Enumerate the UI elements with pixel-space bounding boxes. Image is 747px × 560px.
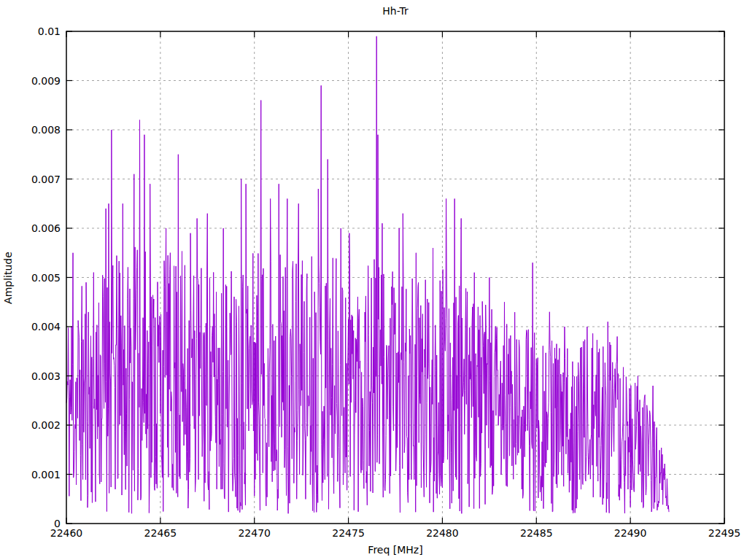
x-tick-label: 22470 <box>238 527 271 539</box>
y-tick-label: 0 <box>54 518 61 529</box>
y-tick-label: 0.004 <box>31 321 61 332</box>
x-tick-label: 22495 <box>708 527 741 539</box>
y-tick-label: 0.01 <box>38 26 61 37</box>
spectrum-line <box>66 36 669 514</box>
y-tick-label: 0.009 <box>31 75 61 87</box>
x-tick-label: 22480 <box>426 527 459 539</box>
spectrum-trace <box>66 36 669 514</box>
y-tick-label: 0.007 <box>31 174 61 185</box>
y-tick-label: 0.001 <box>31 469 61 481</box>
y-tick-label: 0.002 <box>31 419 61 431</box>
x-tick-label: 22490 <box>614 527 647 539</box>
y-tick-label: 0.005 <box>31 272 61 284</box>
x-tick-label: 22465 <box>144 527 177 539</box>
y-tick-label: 0.006 <box>31 222 61 234</box>
spectrum-figure: Hh-Tr Amplitude Freq [MHz] 2246022465224… <box>0 0 747 560</box>
x-tick-label: 22475 <box>332 527 365 539</box>
x-tick-label: 22485 <box>520 527 553 539</box>
y-tick-label: 0.003 <box>31 370 61 382</box>
spectrum-plot: 2246022465224702247522480224852249022495… <box>0 0 747 560</box>
y-tick-label: 0.008 <box>31 124 61 136</box>
